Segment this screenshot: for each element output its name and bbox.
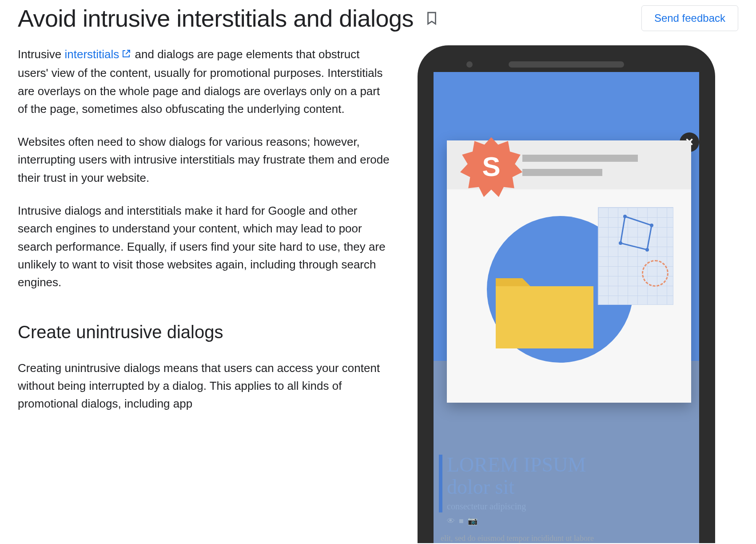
svg-point-6 bbox=[619, 241, 622, 245]
article-body-text: elit, sed do eiusmod tempor incididunt u… bbox=[441, 534, 692, 543]
article-meta-icons: 👁 ■ 📷 bbox=[447, 516, 692, 526]
placeholder-line bbox=[522, 155, 638, 162]
price-badge-icon: S bbox=[460, 136, 522, 198]
interstitials-link[interactable]: interstitials bbox=[65, 48, 132, 61]
svg-marker-2 bbox=[621, 216, 652, 250]
article-headline-line1: LOREM IPSUM bbox=[447, 453, 586, 476]
article-subhead: consectetur adipiscing bbox=[447, 501, 692, 512]
svg-point-4 bbox=[650, 224, 653, 227]
svg-text:S: S bbox=[482, 151, 500, 182]
dashed-circle-icon bbox=[642, 260, 668, 287]
article-headline-line2: dolor sit bbox=[447, 476, 514, 498]
popup-body bbox=[447, 189, 691, 403]
intrusive-popup: ✕ S bbox=[447, 140, 691, 403]
paragraph-2: Websites often need to show dialogs for … bbox=[18, 133, 391, 187]
intro-prefix: Intrusive bbox=[18, 48, 65, 61]
article-accent-bar bbox=[439, 455, 442, 512]
svg-point-5 bbox=[645, 248, 649, 252]
obscured-article: LOREM IPSUM dolor sit consectetur adipis… bbox=[441, 454, 692, 543]
intro-paragraph: Intrusive interstitials and dialogs are … bbox=[18, 45, 391, 118]
content-row: Intrusive interstitials and dialogs are … bbox=[18, 45, 738, 543]
document-icon bbox=[598, 207, 673, 305]
text-column: Intrusive interstitials and dialogs are … bbox=[18, 45, 391, 428]
page-header: Avoid intrusive interstitials and dialog… bbox=[18, 4, 738, 32]
section-paragraph: Creating unintrusive dialogs means that … bbox=[18, 359, 391, 413]
svg-point-3 bbox=[623, 215, 627, 218]
title-group: Avoid intrusive interstitials and dialog… bbox=[18, 4, 439, 32]
popup-header: S bbox=[447, 140, 691, 189]
phone-frame: LOREM IPSUM dolor sit consectetur adipis… bbox=[418, 45, 715, 543]
external-link-icon bbox=[121, 46, 131, 64]
article-headline: LOREM IPSUM dolor sit bbox=[447, 454, 692, 499]
phone-screen: LOREM IPSUM dolor sit consectetur adipis… bbox=[434, 72, 699, 543]
interstitials-link-text: interstitials bbox=[65, 48, 119, 61]
phone-camera-icon bbox=[466, 61, 473, 68]
section-heading: Create unintrusive dialogs bbox=[18, 318, 391, 346]
phone-speaker-icon bbox=[509, 61, 624, 68]
send-feedback-button[interactable]: Send feedback bbox=[641, 5, 738, 31]
page-title: Avoid intrusive interstitials and dialog… bbox=[18, 4, 414, 32]
illustration: LOREM IPSUM dolor sit consectetur adipis… bbox=[418, 45, 720, 543]
paragraph-3: Intrusive dialogs and interstitials make… bbox=[18, 202, 391, 291]
placeholder-line bbox=[522, 169, 602, 176]
svg-rect-7 bbox=[496, 286, 593, 348]
bookmark-icon[interactable] bbox=[424, 11, 439, 26]
folder-icon bbox=[491, 265, 598, 356]
